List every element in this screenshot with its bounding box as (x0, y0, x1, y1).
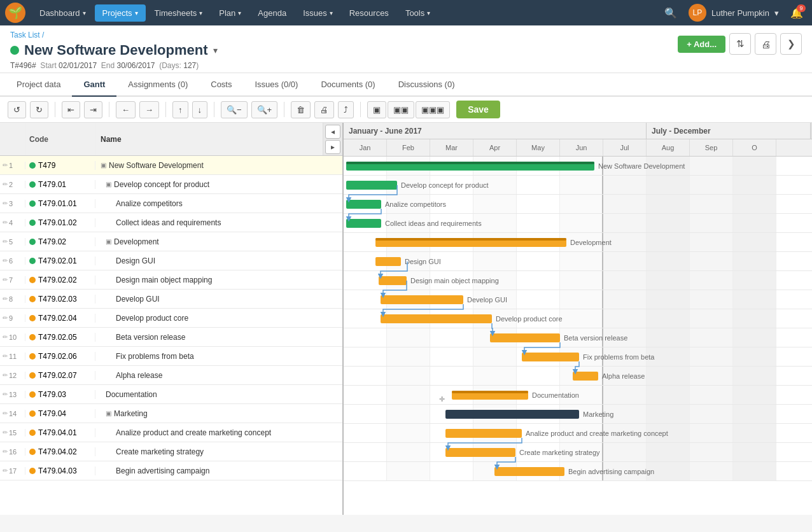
pencil-icon[interactable]: ✏ (3, 219, 8, 226)
collapse-icon[interactable]: ▣ (106, 410, 111, 417)
pencil-icon[interactable]: ✏ (3, 181, 8, 188)
table-row[interactable]: ✏ 14 T479.04 ▣ Marketing (0, 404, 342, 423)
move-left-button[interactable]: ← (116, 101, 136, 118)
search-icon[interactable]: 🔍 (661, 3, 681, 23)
table-row[interactable]: ✏ 8 T479.02.03 Develop GUI (0, 290, 342, 309)
table-row[interactable]: ✏ 3 T479.01.01 Analize competitors (0, 194, 342, 213)
pencil-icon[interactable]: ✏ (3, 410, 8, 417)
save-button[interactable]: Save (456, 101, 500, 118)
tab-assignments[interactable]: Assignments (0) (116, 73, 199, 97)
table-row[interactable]: ✏ 16 T479.04.02 Create marketing strateg… (0, 442, 342, 461)
bar-row11[interactable] (522, 353, 579, 361)
user-menu[interactable]: LP Luther Pumpkin ▾ (682, 1, 785, 24)
pencil-icon[interactable]: ✏ (3, 448, 8, 455)
pencil-icon[interactable]: ✏ (3, 333, 8, 340)
zoom-in-button[interactable]: 🔍+ (251, 101, 278, 118)
pencil-icon[interactable]: ✏ (3, 200, 8, 207)
breadcrumb[interactable]: Task List / (10, 31, 218, 39)
bar-row9[interactable] (381, 314, 492, 323)
tab-project-data[interactable]: Project data (5, 73, 72, 97)
view-option-1[interactable]: ▣ (367, 101, 386, 118)
table-row[interactable]: ✏ 4 T479.01.02 Collect ideas and require… (0, 213, 342, 232)
pencil-icon[interactable]: ✏ (3, 257, 8, 264)
bar-row12[interactable] (573, 372, 598, 381)
pencil-icon[interactable]: ✏ (3, 391, 8, 398)
nav-tools[interactable]: Tools ▾ (398, 4, 438, 22)
bar-row10[interactable] (490, 333, 560, 342)
project-title-chevron-icon[interactable]: ▾ (213, 45, 218, 55)
view-option-2[interactable]: ▣▣ (388, 101, 414, 118)
pencil-icon[interactable]: ✏ (3, 353, 8, 360)
table-row[interactable]: ✏ 9 T479.02.04 Develop product core (0, 309, 342, 328)
nav-resources[interactable]: Resources (342, 4, 396, 22)
tab-gantt[interactable]: Gantt (72, 73, 116, 97)
pencil-icon[interactable]: ✏ (3, 276, 8, 283)
bar-row16[interactable] (445, 448, 515, 457)
tab-costs[interactable]: Costs (199, 73, 243, 97)
pencil-icon[interactable]: ✏ (3, 429, 8, 436)
tab-issues[interactable]: Issues (0/0) (243, 73, 309, 97)
print-gantt-button[interactable]: 🖨 (314, 101, 334, 118)
table-row[interactable]: ✏ 5 T479.02 ▣ Development (0, 232, 342, 251)
undo-button[interactable]: ↺ (8, 101, 26, 118)
move-right-button[interactable]: → (139, 101, 159, 118)
scroll-down-icon[interactable]: ▸ (325, 140, 340, 154)
table-row[interactable]: ✏ 6 T479.02.01 Design GUI (0, 251, 342, 270)
bar-row8[interactable] (381, 295, 463, 304)
nav-timesheets[interactable]: Timesheets ▾ (147, 4, 211, 22)
bar-row4[interactable] (346, 219, 381, 228)
sort-icon[interactable]: ⇅ (729, 33, 751, 55)
nav-projects[interactable]: Projects ▾ (95, 4, 146, 22)
notifications-bell[interactable]: 🔔 9 (787, 3, 807, 23)
gantt-chart[interactable]: January - June 2017 July - December Jan … (344, 123, 812, 515)
move-down-button[interactable]: ↓ (192, 101, 208, 118)
indent-right-button[interactable]: ⇥ (84, 101, 102, 118)
table-row[interactable]: ✏ 2 T479.01 ▣ Develop concept for produc… (0, 175, 342, 194)
tab-documents[interactable]: Documents (0) (309, 73, 386, 97)
collapse-panel-icon[interactable]: ❯ (780, 33, 802, 55)
table-row[interactable]: ✏ 17 T479.04.03 Begin advertising campai… (0, 461, 342, 480)
pencil-icon[interactable]: ✏ (3, 314, 8, 321)
bar-row7[interactable] (379, 276, 407, 285)
bar-row2[interactable] (346, 181, 397, 190)
table-row[interactable]: ✏ 10 T479.02.05 Beta version release (0, 328, 342, 347)
bar-row15[interactable] (445, 429, 522, 438)
task-status-dot (29, 296, 36, 302)
user-name: Luther Pumpkin (711, 8, 769, 18)
add-button[interactable]: + Add... (678, 36, 725, 53)
table-row[interactable]: ✏ 15 T479.04.01 Analize product and crea… (0, 423, 342, 442)
row-num: ✏ 10 (0, 333, 25, 341)
bar-row6[interactable] (375, 257, 401, 266)
pencil-icon[interactable]: ✏ (3, 238, 8, 245)
collapse-icon[interactable]: ▣ (101, 162, 106, 169)
nav-plan[interactable]: Plan ▾ (211, 4, 249, 22)
nav-agenda[interactable]: Agenda (250, 4, 294, 22)
bar-row17[interactable] (494, 467, 564, 476)
table-row[interactable]: ✏ 7 T479.02.02 Design main object mappin… (0, 270, 342, 290)
move-up-button[interactable]: ↑ (172, 101, 188, 118)
table-row[interactable]: ✏ 1 T479 ▣ New Software Development (0, 156, 342, 175)
pencil-icon[interactable]: ✏ (3, 467, 8, 474)
collapse-icon[interactable]: ▣ (106, 238, 111, 245)
collapse-icon[interactable]: ▣ (106, 181, 111, 188)
delete-button[interactable]: 🗑 (291, 101, 311, 118)
view-option-3[interactable]: ▣▣▣ (416, 101, 450, 118)
print-icon[interactable]: 🖨 (755, 33, 776, 55)
scroll-up-icon[interactable]: ◂ (325, 125, 340, 139)
pencil-icon[interactable]: ✏ (3, 162, 8, 169)
bar-row14[interactable] (445, 410, 579, 419)
table-row[interactable]: ✏ 11 T479.02.06 Fix problems from beta (0, 347, 342, 366)
export-button[interactable]: ⤴ (338, 101, 354, 118)
table-row[interactable]: ✏ 12 T479.02.07 Alpha release (0, 366, 342, 385)
indent-left-button[interactable]: ⇤ (62, 101, 80, 118)
pencil-icon[interactable]: ✏ (3, 372, 8, 379)
table-row[interactable]: ✏ 13 T479.03 Documentation (0, 385, 342, 404)
pencil-icon[interactable]: ✏ (3, 295, 8, 302)
bar-row3[interactable] (346, 200, 381, 209)
tab-discussions[interactable]: Discussions (0) (387, 73, 466, 97)
nav-dashboard[interactable]: Dashboard ▾ (32, 4, 94, 22)
zoom-out-button[interactable]: 🔍− (221, 101, 248, 118)
nav-issues[interactable]: Issues ▾ (295, 4, 340, 22)
redo-button[interactable]: ↻ (30, 101, 48, 118)
row-name: Fix problems from beta (95, 352, 342, 361)
